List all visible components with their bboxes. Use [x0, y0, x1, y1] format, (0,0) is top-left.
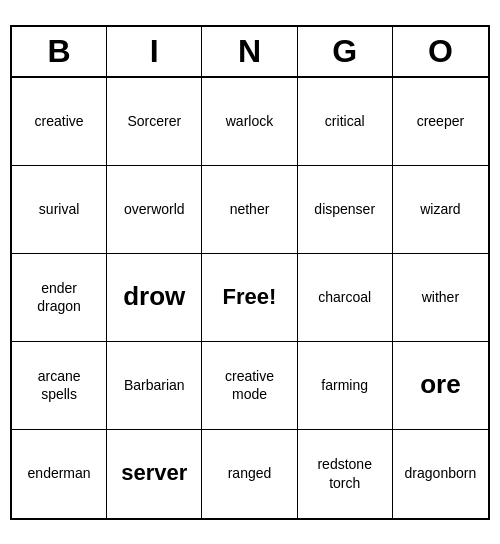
- bingo-cell: wither: [393, 254, 488, 342]
- bingo-cell: critical: [298, 78, 393, 166]
- header-letter: O: [393, 27, 488, 76]
- bingo-card: BINGO creativeSorcererwarlockcriticalcre…: [10, 25, 490, 520]
- bingo-grid: creativeSorcererwarlockcriticalcreepersu…: [12, 78, 488, 518]
- bingo-cell: dispenser: [298, 166, 393, 254]
- bingo-cell: wizard: [393, 166, 488, 254]
- header-letter: B: [12, 27, 107, 76]
- header-letter: N: [202, 27, 297, 76]
- bingo-cell: creeper: [393, 78, 488, 166]
- bingo-cell: ranged: [202, 430, 297, 518]
- bingo-header: BINGO: [12, 27, 488, 78]
- bingo-cell: redstone torch: [298, 430, 393, 518]
- bingo-cell: warlock: [202, 78, 297, 166]
- header-letter: G: [298, 27, 393, 76]
- bingo-cell: surival: [12, 166, 107, 254]
- bingo-cell: creative mode: [202, 342, 297, 430]
- bingo-cell: dragonborn: [393, 430, 488, 518]
- bingo-cell: arcane spells: [12, 342, 107, 430]
- bingo-cell: drow: [107, 254, 202, 342]
- bingo-cell: farming: [298, 342, 393, 430]
- bingo-cell: charcoal: [298, 254, 393, 342]
- bingo-cell: Free!: [202, 254, 297, 342]
- bingo-cell: creative: [12, 78, 107, 166]
- bingo-cell: server: [107, 430, 202, 518]
- bingo-cell: Barbarian: [107, 342, 202, 430]
- bingo-cell: overworld: [107, 166, 202, 254]
- bingo-cell: enderman: [12, 430, 107, 518]
- bingo-cell: ender dragon: [12, 254, 107, 342]
- header-letter: I: [107, 27, 202, 76]
- bingo-cell: Sorcerer: [107, 78, 202, 166]
- bingo-cell: nether: [202, 166, 297, 254]
- bingo-cell: ore: [393, 342, 488, 430]
